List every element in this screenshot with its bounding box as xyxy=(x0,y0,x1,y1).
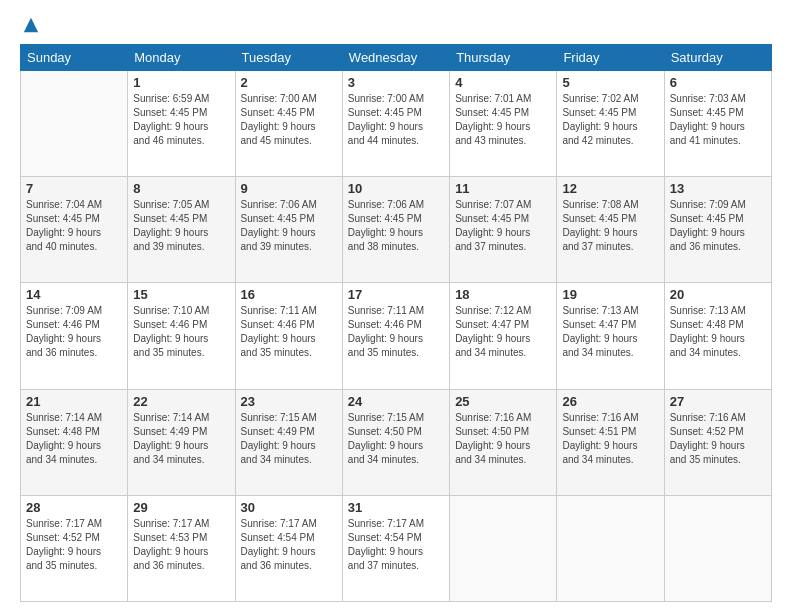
calendar-week-3: 14Sunrise: 7:09 AM Sunset: 4:46 PM Dayli… xyxy=(21,283,772,389)
calendar-cell: 14Sunrise: 7:09 AM Sunset: 4:46 PM Dayli… xyxy=(21,283,128,389)
logo xyxy=(20,16,40,34)
logo-icon xyxy=(22,16,40,34)
day-number: 8 xyxy=(133,181,229,196)
day-number: 19 xyxy=(562,287,658,302)
calendar-cell xyxy=(664,495,771,601)
calendar-cell: 18Sunrise: 7:12 AM Sunset: 4:47 PM Dayli… xyxy=(450,283,557,389)
calendar-cell: 1Sunrise: 6:59 AM Sunset: 4:45 PM Daylig… xyxy=(128,71,235,177)
calendar-cell: 20Sunrise: 7:13 AM Sunset: 4:48 PM Dayli… xyxy=(664,283,771,389)
day-info: Sunrise: 7:14 AM Sunset: 4:49 PM Dayligh… xyxy=(133,411,229,467)
day-number: 27 xyxy=(670,394,766,409)
calendar-cell: 9Sunrise: 7:06 AM Sunset: 4:45 PM Daylig… xyxy=(235,177,342,283)
day-info: Sunrise: 7:16 AM Sunset: 4:52 PM Dayligh… xyxy=(670,411,766,467)
day-number: 29 xyxy=(133,500,229,515)
header-wednesday: Wednesday xyxy=(342,45,449,71)
calendar-cell: 3Sunrise: 7:00 AM Sunset: 4:45 PM Daylig… xyxy=(342,71,449,177)
calendar-week-4: 21Sunrise: 7:14 AM Sunset: 4:48 PM Dayli… xyxy=(21,389,772,495)
calendar-cell: 17Sunrise: 7:11 AM Sunset: 4:46 PM Dayli… xyxy=(342,283,449,389)
day-number: 23 xyxy=(241,394,337,409)
day-info: Sunrise: 7:06 AM Sunset: 4:45 PM Dayligh… xyxy=(241,198,337,254)
calendar-cell: 24Sunrise: 7:15 AM Sunset: 4:50 PM Dayli… xyxy=(342,389,449,495)
day-info: Sunrise: 7:09 AM Sunset: 4:45 PM Dayligh… xyxy=(670,198,766,254)
calendar-week-2: 7Sunrise: 7:04 AM Sunset: 4:45 PM Daylig… xyxy=(21,177,772,283)
day-info: Sunrise: 7:16 AM Sunset: 4:50 PM Dayligh… xyxy=(455,411,551,467)
day-info: Sunrise: 7:06 AM Sunset: 4:45 PM Dayligh… xyxy=(348,198,444,254)
day-info: Sunrise: 7:15 AM Sunset: 4:49 PM Dayligh… xyxy=(241,411,337,467)
day-info: Sunrise: 7:13 AM Sunset: 4:47 PM Dayligh… xyxy=(562,304,658,360)
calendar-cell: 28Sunrise: 7:17 AM Sunset: 4:52 PM Dayli… xyxy=(21,495,128,601)
day-number: 7 xyxy=(26,181,122,196)
day-number: 17 xyxy=(348,287,444,302)
calendar-cell: 13Sunrise: 7:09 AM Sunset: 4:45 PM Dayli… xyxy=(664,177,771,283)
calendar-cell: 16Sunrise: 7:11 AM Sunset: 4:46 PM Dayli… xyxy=(235,283,342,389)
calendar-cell xyxy=(450,495,557,601)
day-info: Sunrise: 7:14 AM Sunset: 4:48 PM Dayligh… xyxy=(26,411,122,467)
calendar-cell: 4Sunrise: 7:01 AM Sunset: 4:45 PM Daylig… xyxy=(450,71,557,177)
day-info: Sunrise: 7:07 AM Sunset: 4:45 PM Dayligh… xyxy=(455,198,551,254)
day-number: 25 xyxy=(455,394,551,409)
day-info: Sunrise: 7:09 AM Sunset: 4:46 PM Dayligh… xyxy=(26,304,122,360)
calendar-table: SundayMondayTuesdayWednesdayThursdayFrid… xyxy=(20,44,772,602)
day-number: 5 xyxy=(562,75,658,90)
day-info: Sunrise: 7:17 AM Sunset: 4:53 PM Dayligh… xyxy=(133,517,229,573)
day-info: Sunrise: 7:17 AM Sunset: 4:54 PM Dayligh… xyxy=(241,517,337,573)
day-number: 15 xyxy=(133,287,229,302)
calendar-cell: 23Sunrise: 7:15 AM Sunset: 4:49 PM Dayli… xyxy=(235,389,342,495)
calendar-cell: 26Sunrise: 7:16 AM Sunset: 4:51 PM Dayli… xyxy=(557,389,664,495)
day-number: 24 xyxy=(348,394,444,409)
calendar-cell: 19Sunrise: 7:13 AM Sunset: 4:47 PM Dayli… xyxy=(557,283,664,389)
calendar-cell: 2Sunrise: 7:00 AM Sunset: 4:45 PM Daylig… xyxy=(235,71,342,177)
day-info: Sunrise: 6:59 AM Sunset: 4:45 PM Dayligh… xyxy=(133,92,229,148)
day-number: 16 xyxy=(241,287,337,302)
day-number: 30 xyxy=(241,500,337,515)
day-number: 22 xyxy=(133,394,229,409)
day-info: Sunrise: 7:02 AM Sunset: 4:45 PM Dayligh… xyxy=(562,92,658,148)
calendar-cell: 10Sunrise: 7:06 AM Sunset: 4:45 PM Dayli… xyxy=(342,177,449,283)
day-info: Sunrise: 7:04 AM Sunset: 4:45 PM Dayligh… xyxy=(26,198,122,254)
day-info: Sunrise: 7:17 AM Sunset: 4:54 PM Dayligh… xyxy=(348,517,444,573)
day-number: 20 xyxy=(670,287,766,302)
day-info: Sunrise: 7:00 AM Sunset: 4:45 PM Dayligh… xyxy=(348,92,444,148)
calendar-cell: 7Sunrise: 7:04 AM Sunset: 4:45 PM Daylig… xyxy=(21,177,128,283)
calendar-cell: 31Sunrise: 7:17 AM Sunset: 4:54 PM Dayli… xyxy=(342,495,449,601)
calendar-cell: 27Sunrise: 7:16 AM Sunset: 4:52 PM Dayli… xyxy=(664,389,771,495)
day-number: 6 xyxy=(670,75,766,90)
header-saturday: Saturday xyxy=(664,45,771,71)
header-sunday: Sunday xyxy=(21,45,128,71)
day-number: 12 xyxy=(562,181,658,196)
day-number: 9 xyxy=(241,181,337,196)
day-number: 31 xyxy=(348,500,444,515)
day-number: 21 xyxy=(26,394,122,409)
day-number: 1 xyxy=(133,75,229,90)
day-info: Sunrise: 7:12 AM Sunset: 4:47 PM Dayligh… xyxy=(455,304,551,360)
day-number: 14 xyxy=(26,287,122,302)
day-number: 2 xyxy=(241,75,337,90)
calendar-cell: 21Sunrise: 7:14 AM Sunset: 4:48 PM Dayli… xyxy=(21,389,128,495)
day-info: Sunrise: 7:16 AM Sunset: 4:51 PM Dayligh… xyxy=(562,411,658,467)
calendar-cell: 5Sunrise: 7:02 AM Sunset: 4:45 PM Daylig… xyxy=(557,71,664,177)
calendar-cell: 29Sunrise: 7:17 AM Sunset: 4:53 PM Dayli… xyxy=(128,495,235,601)
calendar-cell xyxy=(21,71,128,177)
calendar-cell: 6Sunrise: 7:03 AM Sunset: 4:45 PM Daylig… xyxy=(664,71,771,177)
calendar-cell: 8Sunrise: 7:05 AM Sunset: 4:45 PM Daylig… xyxy=(128,177,235,283)
day-number: 4 xyxy=(455,75,551,90)
day-info: Sunrise: 7:13 AM Sunset: 4:48 PM Dayligh… xyxy=(670,304,766,360)
day-number: 26 xyxy=(562,394,658,409)
calendar-cell: 12Sunrise: 7:08 AM Sunset: 4:45 PM Dayli… xyxy=(557,177,664,283)
day-info: Sunrise: 7:01 AM Sunset: 4:45 PM Dayligh… xyxy=(455,92,551,148)
calendar-cell: 11Sunrise: 7:07 AM Sunset: 4:45 PM Dayli… xyxy=(450,177,557,283)
header-monday: Monday xyxy=(128,45,235,71)
calendar-week-5: 28Sunrise: 7:17 AM Sunset: 4:52 PM Dayli… xyxy=(21,495,772,601)
day-info: Sunrise: 7:10 AM Sunset: 4:46 PM Dayligh… xyxy=(133,304,229,360)
header-friday: Friday xyxy=(557,45,664,71)
page: SundayMondayTuesdayWednesdayThursdayFrid… xyxy=(0,0,792,612)
day-number: 28 xyxy=(26,500,122,515)
calendar-week-1: 1Sunrise: 6:59 AM Sunset: 4:45 PM Daylig… xyxy=(21,71,772,177)
calendar-cell: 15Sunrise: 7:10 AM Sunset: 4:46 PM Dayli… xyxy=(128,283,235,389)
calendar-cell: 22Sunrise: 7:14 AM Sunset: 4:49 PM Dayli… xyxy=(128,389,235,495)
header xyxy=(20,16,772,34)
header-thursday: Thursday xyxy=(450,45,557,71)
day-number: 3 xyxy=(348,75,444,90)
day-info: Sunrise: 7:03 AM Sunset: 4:45 PM Dayligh… xyxy=(670,92,766,148)
header-tuesday: Tuesday xyxy=(235,45,342,71)
